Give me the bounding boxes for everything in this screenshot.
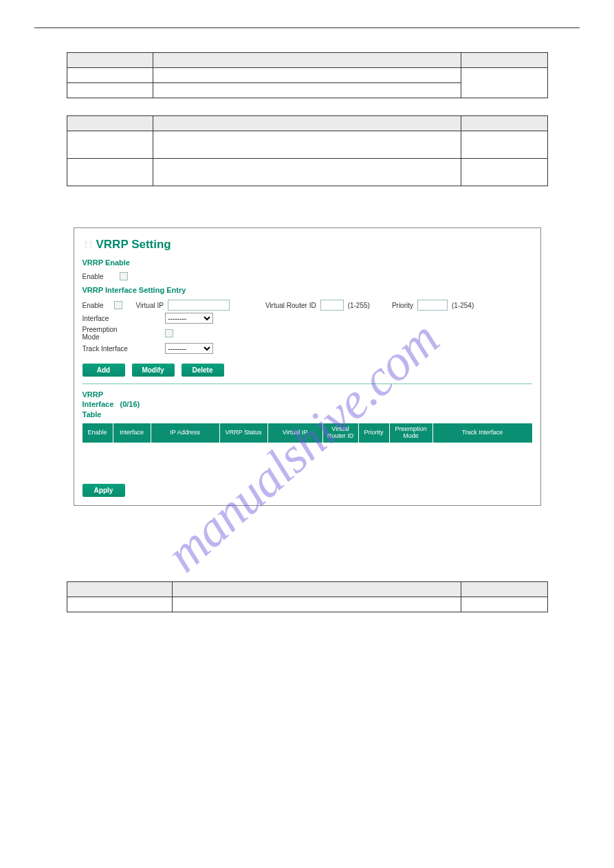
title-dots-icon [83,238,94,252]
col-enable: Enable [83,423,113,443]
virtual-router-id-label: Virtual Router ID [265,302,316,309]
virtual-ip-input[interactable] [168,300,230,311]
global-enable-checkbox[interactable] [120,272,128,280]
vrrp-enable-heading: VRRP Enable [83,258,532,267]
page-top-rule [34,27,580,28]
doc-table-3 [67,581,548,612]
doc-table1-h1 [67,53,153,68]
doc-table1-r1c2 [153,68,461,83]
priority-input[interactable] [417,300,448,311]
virtual-router-id-input[interactable] [320,300,344,311]
doc-table1-r2c2 [153,83,461,98]
preemption-checkbox[interactable] [165,329,173,337]
track-interface-select[interactable]: -------- [165,343,213,354]
doc-table2-r1c3 [461,131,547,159]
doc-table3-r1c1 [67,597,173,612]
doc-table3-h3 [461,581,547,597]
doc-table1-r2c1 [67,83,153,98]
col-priority: Priority [359,423,390,443]
vrrp-interface-table-header: Enable Interface IP Address VRRP Status … [83,423,532,443]
preemption-label: Preemption Mode [83,326,136,341]
apply-button[interactable]: Apply [83,484,125,497]
col-ip-address: IP Address [151,423,220,443]
modify-button[interactable]: Modify [132,364,175,377]
interface-select[interactable]: -------- [165,313,213,324]
doc-table1-r1c1 [67,68,153,83]
virtual-ip-label: Virtual IP [136,302,164,309]
vrrp-setting-panel: VRRP Setting VRRP Enable Enable VRRP Int… [74,227,541,506]
col-interface: Interface [113,423,151,443]
priority-range: (1-254) [452,302,474,309]
doc-table2-h1 [67,116,153,131]
panel-title: VRRP Setting [83,238,532,252]
interface-label: Interface [83,315,136,322]
doc-table2-r1c2 [153,131,461,159]
doc-table3-r1c3 [461,597,547,612]
delete-button[interactable]: Delete [182,364,224,377]
doc-table2-r2c1 [67,159,153,186]
section-divider [83,383,532,384]
vrrp-entry-heading: VRRP Interface Setting Entry [83,286,532,294]
entry-enable-checkbox[interactable] [114,301,122,309]
col-vrrp-status: VRRP Status [220,423,268,443]
doc-table3-h1 [67,581,173,597]
doc-table1-h2 [153,53,461,68]
col-track-interface: Track Interface [433,423,532,443]
doc-table2-r2c2 [153,159,461,186]
doc-table3-r1c2 [173,597,461,612]
global-enable-label: Enable [83,273,116,280]
doc-table2-r1c1 [67,131,153,159]
entry-enable-label: Enable [83,302,110,309]
col-virtual-ip: Virtual IP [268,423,323,443]
doc-table2-h3 [461,116,547,131]
doc-table1-h3 [461,53,547,68]
col-virtual-router-id: Virtual Router ID [323,423,359,443]
col-preemption-mode: Preemption Mode [390,423,433,443]
doc-table3-h2 [173,581,461,597]
router-id-range: (1-255) [348,302,370,309]
doc-table2-h2 [153,116,461,131]
track-interface-label: Track Interface [83,345,136,353]
doc-table-1 [67,52,548,98]
doc-table1-r1c3 [461,68,547,98]
add-button[interactable]: Add [83,364,125,377]
doc-table-2 [67,115,548,186]
doc-table2-r2c3 [461,159,547,186]
vrrp-interface-table-title: VRRPInterface (0/16)Table [83,390,532,419]
priority-label: Priority [392,302,413,309]
